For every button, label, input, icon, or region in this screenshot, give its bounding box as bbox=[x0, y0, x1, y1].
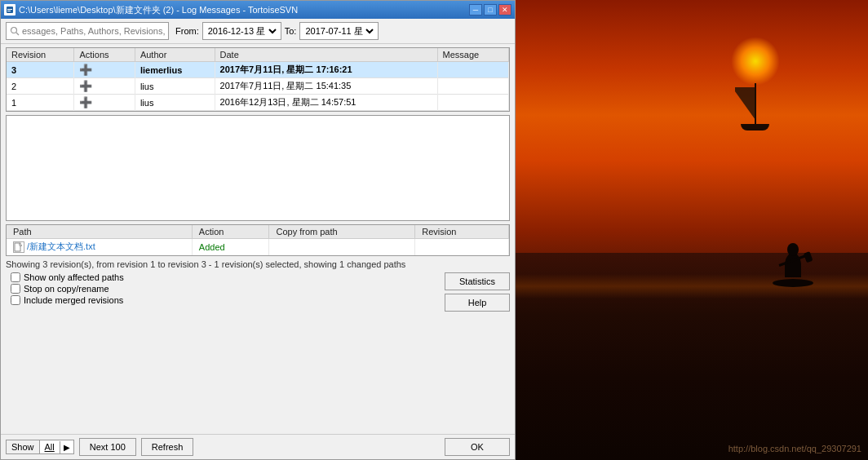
window-title: C:\Users\lieme\Desktop\新建文件夹 (2) - Log M… bbox=[19, 4, 298, 16]
file-icon-wrapper: /新建文本文档.txt bbox=[13, 241, 95, 253]
action-cell: ➕ bbox=[74, 95, 135, 111]
title-bar-left: C:\Users\lieme\Desktop\新建文件夹 (2) - Log M… bbox=[4, 4, 298, 16]
search-wrapper[interactable] bbox=[6, 22, 169, 40]
date-cell: 2016年12月13日, 星期二 14:57:51 bbox=[215, 95, 437, 111]
search-icon bbox=[10, 26, 20, 36]
next-100-button[interactable]: Next 100 bbox=[79, 438, 136, 456]
action-cell: ➕ bbox=[74, 78, 135, 95]
revision-cell: 1 bbox=[7, 95, 74, 111]
minimize-button[interactable]: ─ bbox=[469, 4, 482, 15]
message-area bbox=[6, 115, 510, 221]
to-date-dropdown[interactable]: 2017-07-11 星 bbox=[302, 25, 376, 37]
checkbox-include-merged[interactable] bbox=[11, 295, 20, 305]
message-cell bbox=[437, 62, 508, 78]
svg-line-4 bbox=[16, 33, 19, 35]
col-revision: Revision bbox=[415, 225, 509, 239]
options-area: Show only affected paths Stop on copy/re… bbox=[6, 271, 129, 307]
table-row[interactable]: 2➕lius2017年7月11日, 星期二 15:41:35 bbox=[7, 78, 509, 95]
option-affected-paths: Show only affected paths bbox=[11, 272, 124, 282]
svg-rect-2 bbox=[7, 11, 11, 11]
from-date-select[interactable]: 2016-12-13 星 bbox=[202, 22, 281, 40]
close-button[interactable]: ✕ bbox=[498, 4, 512, 15]
revision-table: Revision Actions Author Date Message 3➕l… bbox=[7, 48, 509, 111]
col-actions: Actions bbox=[74, 48, 135, 62]
ok-button[interactable]: OK bbox=[445, 438, 510, 456]
show-value[interactable]: All bbox=[40, 440, 60, 453]
from-to-group: From: 2016-12-13 星 To: 2017-07-11 星 bbox=[175, 22, 379, 40]
author-cell: lius bbox=[135, 78, 215, 95]
title-bar: C:\Users\lieme\Desktop\新建文件夹 (2) - Log M… bbox=[1, 1, 515, 19]
action-icon: ➕ bbox=[79, 96, 92, 108]
kayaker-silhouette bbox=[785, 253, 826, 285]
photo-background: http://blog.csdn.net/qq_29307291 bbox=[516, 0, 868, 460]
search-bar: From: 2016-12-13 星 To: 2017-07-11 星 bbox=[1, 19, 515, 44]
col-copy-from-path: Copy from path bbox=[269, 225, 415, 239]
added-label: Added bbox=[199, 242, 225, 252]
path-section: Path Action Copy from path Revision /新建文… bbox=[6, 224, 510, 256]
show-group: Show All ▶ bbox=[6, 440, 74, 454]
help-button[interactable]: Help bbox=[445, 294, 510, 312]
revision-table-container: Revision Actions Author Date Message 3➕l… bbox=[6, 47, 510, 112]
author-cell: lius bbox=[135, 95, 215, 111]
action-icon: ➕ bbox=[79, 80, 92, 92]
revision-cell: 2 bbox=[7, 78, 74, 95]
from-date-dropdown[interactable]: 2016-12-13 星 bbox=[205, 25, 279, 37]
table-row[interactable]: /新建文本文档.txt Added bbox=[7, 239, 509, 255]
title-bar-controls: ─ □ ✕ bbox=[469, 4, 512, 15]
stop-copy-label: Stop on copy/rename bbox=[24, 284, 109, 294]
show-label: Show bbox=[7, 440, 40, 453]
table-row[interactable]: 3➕liemerlius2017年7月11日, 星期二 17:16:21 bbox=[7, 62, 509, 78]
statistics-button[interactable]: Statistics bbox=[445, 272, 510, 290]
action-icon: ➕ bbox=[79, 64, 92, 76]
file-icon bbox=[13, 241, 24, 253]
col-message: Message bbox=[437, 48, 508, 62]
action-cell: ➕ bbox=[74, 62, 135, 78]
maximize-button[interactable]: □ bbox=[484, 4, 497, 15]
col-revision: Revision bbox=[7, 48, 74, 62]
date-cell: 2017年7月11日, 星期二 17:16:21 bbox=[215, 62, 437, 78]
kayak-boat bbox=[773, 279, 813, 287]
option-include-merged: Include merged revisions bbox=[11, 295, 124, 305]
col-path: Path bbox=[7, 225, 192, 239]
watermark-text: http://blog.csdn.net/qq_29307291 bbox=[728, 444, 861, 453]
kayaker-head bbox=[787, 243, 799, 256]
sun-element bbox=[731, 37, 780, 86]
sailboat-sail bbox=[731, 87, 755, 120]
svn-window: C:\Users\lieme\Desktop\新建文件夹 (2) - Log M… bbox=[0, 0, 516, 460]
col-date: Date bbox=[215, 48, 437, 62]
kayaker-body bbox=[785, 253, 801, 277]
revision-cell bbox=[415, 239, 509, 255]
sailboat-silhouette bbox=[741, 83, 769, 130]
checkbox-stop-copy[interactable] bbox=[11, 284, 20, 294]
sailboat-hull bbox=[741, 124, 769, 130]
path-table: Path Action Copy from path Revision /新建文… bbox=[7, 225, 509, 255]
include-merged-label: Include merged revisions bbox=[24, 295, 123, 305]
kayaker-paddle bbox=[804, 251, 813, 263]
svg-point-3 bbox=[11, 28, 17, 33]
status-text: Showing 3 revision(s), from revision 1 t… bbox=[6, 259, 405, 269]
from-label: From: bbox=[175, 26, 199, 36]
bottom-bar: Show All ▶ Next 100 Refresh OK bbox=[1, 434, 515, 459]
show-arrow[interactable]: ▶ bbox=[60, 441, 73, 453]
refresh-button[interactable]: Refresh bbox=[141, 438, 194, 456]
copy-from-path-cell bbox=[269, 239, 415, 255]
to-label: To: bbox=[285, 26, 297, 36]
col-author: Author bbox=[135, 48, 215, 62]
author-cell: liemerlius bbox=[135, 62, 215, 78]
action-cell: Added bbox=[192, 239, 269, 255]
checkbox-affected-paths[interactable] bbox=[11, 272, 20, 282]
status-bar: Showing 3 revision(s), from revision 1 t… bbox=[1, 256, 515, 271]
table-row[interactable]: 1➕lius2016年12月13日, 星期二 14:57:51 bbox=[7, 95, 509, 111]
path-table-header: Path Action Copy from path Revision bbox=[7, 225, 509, 239]
option-stop-copy: Stop on copy/rename bbox=[11, 284, 124, 294]
photo-panel: http://blog.csdn.net/qq_29307291 bbox=[516, 0, 868, 460]
path-cell: /新建文本文档.txt bbox=[7, 239, 192, 255]
revision-table-header: Revision Actions Author Date Message bbox=[7, 48, 509, 62]
date-cell: 2017年7月11日, 星期二 15:41:35 bbox=[215, 78, 437, 95]
message-cell bbox=[437, 95, 508, 111]
message-cell bbox=[437, 78, 508, 95]
to-date-select[interactable]: 2017-07-11 星 bbox=[299, 22, 379, 40]
revision-cell: 3 bbox=[7, 62, 74, 78]
affected-paths-label: Show only affected paths bbox=[24, 272, 124, 282]
search-input[interactable] bbox=[22, 26, 165, 36]
